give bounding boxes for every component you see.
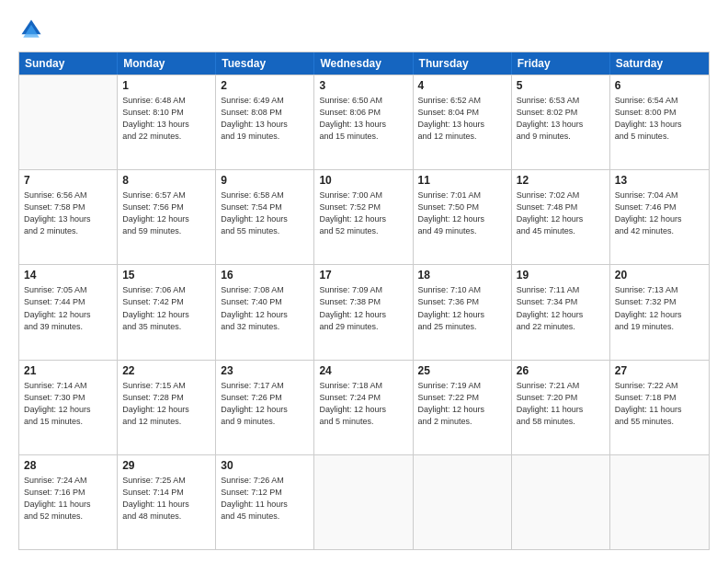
day-info: Sunrise: 7:05 AM Sunset: 7:44 PM Dayligh… [24,284,112,332]
cal-cell: 11Sunrise: 7:01 AM Sunset: 7:50 PM Dayli… [414,170,512,264]
week-row-3: 14Sunrise: 7:05 AM Sunset: 7:44 PM Dayli… [19,264,709,359]
week-row-2: 7Sunrise: 6:56 AM Sunset: 7:58 PM Daylig… [19,169,709,264]
cal-cell [414,455,512,549]
cal-cell [19,75,118,169]
cal-cell: 28Sunrise: 7:24 AM Sunset: 7:16 PM Dayli… [19,455,118,549]
cal-cell: 3Sunrise: 6:50 AM Sunset: 8:06 PM Daylig… [314,75,413,169]
day-info: Sunrise: 7:08 AM Sunset: 7:40 PM Dayligh… [221,284,309,332]
day-info: Sunrise: 7:10 AM Sunset: 7:36 PM Dayligh… [418,284,506,332]
calendar: SundayMondayTuesdayWednesdayThursdayFrid… [18,52,710,550]
cal-cell: 6Sunrise: 6:54 AM Sunset: 8:00 PM Daylig… [610,75,709,169]
day-info: Sunrise: 6:56 AM Sunset: 7:58 PM Dayligh… [24,190,112,237]
day-info: Sunrise: 6:53 AM Sunset: 8:02 PM Dayligh… [517,95,605,143]
cal-cell: 13Sunrise: 7:04 AM Sunset: 7:46 PM Dayli… [610,170,709,264]
cal-cell: 22Sunrise: 7:15 AM Sunset: 7:28 PM Dayli… [118,361,216,454]
day-info: Sunrise: 7:24 AM Sunset: 7:16 PM Dayligh… [24,475,112,523]
cal-cell: 18Sunrise: 7:10 AM Sunset: 7:36 PM Dayli… [414,265,512,359]
day-number: 15 [122,269,210,282]
header-cell-thursday: Thursday [414,52,512,75]
day-info: Sunrise: 7:06 AM Sunset: 7:42 PM Dayligh… [122,284,210,332]
day-info: Sunrise: 7:00 AM Sunset: 7:52 PM Dayligh… [319,190,407,237]
day-number: 13 [615,174,704,187]
week-row-4: 21Sunrise: 7:14 AM Sunset: 7:30 PM Dayli… [19,360,709,454]
day-number: 25 [418,364,506,377]
day-number: 21 [24,364,112,377]
day-number: 4 [418,79,506,92]
cal-cell: 21Sunrise: 7:14 AM Sunset: 7:30 PM Dayli… [19,361,118,454]
cal-cell: 12Sunrise: 7:02 AM Sunset: 7:48 PM Dayli… [512,170,610,264]
header-cell-monday: Monday [118,52,216,75]
day-number: 20 [615,269,704,282]
cal-cell: 25Sunrise: 7:19 AM Sunset: 7:22 PM Dayli… [414,361,512,454]
day-info: Sunrise: 7:22 AM Sunset: 7:18 PM Dayligh… [615,380,704,428]
day-info: Sunrise: 7:02 AM Sunset: 7:48 PM Dayligh… [517,190,605,237]
day-number: 10 [319,174,407,187]
day-info: Sunrise: 7:13 AM Sunset: 7:32 PM Dayligh… [615,284,704,332]
day-info: Sunrise: 6:57 AM Sunset: 7:56 PM Dayligh… [122,190,210,237]
cal-cell: 7Sunrise: 6:56 AM Sunset: 7:58 PM Daylig… [19,170,118,264]
logo [18,17,48,42]
day-number: 27 [615,364,704,377]
day-number: 24 [319,364,407,377]
day-info: Sunrise: 6:48 AM Sunset: 8:10 PM Dayligh… [122,95,210,143]
cal-cell: 9Sunrise: 6:58 AM Sunset: 7:54 PM Daylig… [216,170,314,264]
cal-cell: 14Sunrise: 7:05 AM Sunset: 7:44 PM Dayli… [19,265,118,359]
logo-icon [18,17,44,42]
day-number: 9 [221,174,309,187]
cal-cell: 20Sunrise: 7:13 AM Sunset: 7:32 PM Dayli… [610,265,709,359]
day-number: 30 [221,459,309,472]
day-info: Sunrise: 7:15 AM Sunset: 7:28 PM Dayligh… [122,380,210,428]
header [18,17,710,42]
day-number: 3 [319,79,407,92]
day-info: Sunrise: 7:21 AM Sunset: 7:20 PM Dayligh… [517,380,605,428]
day-number: 28 [24,459,112,472]
cal-cell: 30Sunrise: 7:26 AM Sunset: 7:12 PM Dayli… [216,455,314,549]
day-info: Sunrise: 7:09 AM Sunset: 7:38 PM Dayligh… [319,284,407,332]
day-number: 5 [517,79,605,92]
day-number: 12 [517,174,605,187]
day-info: Sunrise: 7:26 AM Sunset: 7:12 PM Dayligh… [221,475,309,523]
day-info: Sunrise: 7:14 AM Sunset: 7:30 PM Dayligh… [24,380,112,428]
cal-cell: 26Sunrise: 7:21 AM Sunset: 7:20 PM Dayli… [512,361,610,454]
day-info: Sunrise: 7:18 AM Sunset: 7:24 PM Dayligh… [319,380,407,428]
cal-cell: 8Sunrise: 6:57 AM Sunset: 7:56 PM Daylig… [118,170,216,264]
cal-cell: 1Sunrise: 6:48 AM Sunset: 8:10 PM Daylig… [118,75,216,169]
day-info: Sunrise: 7:17 AM Sunset: 7:26 PM Dayligh… [221,380,309,428]
day-number: 19 [517,269,605,282]
day-info: Sunrise: 7:11 AM Sunset: 7:34 PM Dayligh… [517,284,605,332]
cal-cell [610,455,709,549]
day-info: Sunrise: 7:01 AM Sunset: 7:50 PM Dayligh… [418,190,506,237]
cal-cell [512,455,610,549]
header-cell-wednesday: Wednesday [314,52,413,75]
cal-cell: 17Sunrise: 7:09 AM Sunset: 7:38 PM Dayli… [314,265,413,359]
cal-cell: 29Sunrise: 7:25 AM Sunset: 7:14 PM Dayli… [118,455,216,549]
day-info: Sunrise: 6:58 AM Sunset: 7:54 PM Dayligh… [221,190,309,237]
day-number: 16 [221,269,309,282]
day-info: Sunrise: 6:52 AM Sunset: 8:04 PM Dayligh… [418,95,506,143]
header-cell-friday: Friday [512,52,610,75]
day-number: 8 [122,174,210,187]
day-info: Sunrise: 7:19 AM Sunset: 7:22 PM Dayligh… [418,380,506,428]
day-number: 26 [517,364,605,377]
cal-cell: 23Sunrise: 7:17 AM Sunset: 7:26 PM Dayli… [216,361,314,454]
header-cell-tuesday: Tuesday [216,52,314,75]
day-info: Sunrise: 6:50 AM Sunset: 8:06 PM Dayligh… [319,95,407,143]
day-info: Sunrise: 6:49 AM Sunset: 8:08 PM Dayligh… [221,95,309,143]
day-number: 22 [122,364,210,377]
week-row-5: 28Sunrise: 7:24 AM Sunset: 7:16 PM Dayli… [19,454,709,549]
day-number: 23 [221,364,309,377]
day-info: Sunrise: 7:25 AM Sunset: 7:14 PM Dayligh… [122,475,210,523]
cal-cell: 27Sunrise: 7:22 AM Sunset: 7:18 PM Dayli… [610,361,709,454]
header-cell-saturday: Saturday [610,52,709,75]
day-number: 2 [221,79,309,92]
header-cell-sunday: Sunday [19,52,118,75]
week-row-1: 1Sunrise: 6:48 AM Sunset: 8:10 PM Daylig… [19,75,709,169]
day-number: 29 [122,459,210,472]
cal-cell: 16Sunrise: 7:08 AM Sunset: 7:40 PM Dayli… [216,265,314,359]
day-number: 1 [122,79,210,92]
cal-cell: 10Sunrise: 7:00 AM Sunset: 7:52 PM Dayli… [314,170,413,264]
day-number: 6 [615,79,704,92]
day-number: 17 [319,269,407,282]
day-number: 11 [418,174,506,187]
calendar-body: 1Sunrise: 6:48 AM Sunset: 8:10 PM Daylig… [19,75,709,549]
